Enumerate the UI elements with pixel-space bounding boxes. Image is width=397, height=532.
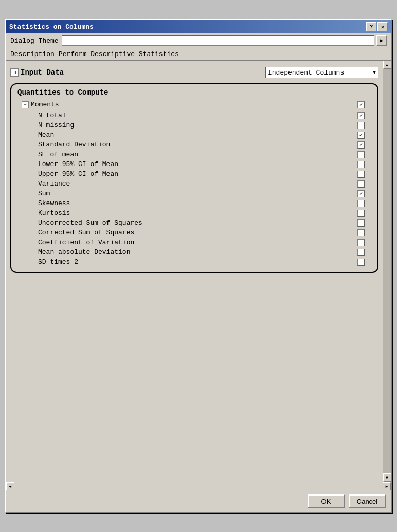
stat-checkbox-cell xyxy=(351,200,371,207)
toolbar-arrow-button[interactable]: ▶ xyxy=(376,35,387,46)
stat-label: N total xyxy=(38,112,351,119)
stat-checkbox[interactable] xyxy=(357,249,365,256)
stat-label: Mean xyxy=(38,131,351,139)
stat-checkbox-cell xyxy=(351,259,371,266)
stat-checkbox[interactable] xyxy=(357,200,365,207)
stat-checkbox[interactable] xyxy=(357,239,365,246)
stat-checkbox-cell xyxy=(351,210,371,217)
scroll-area[interactable]: ⊞ Input Data Independent Columns ▼ Quant… xyxy=(6,61,383,482)
stat-label: N missing xyxy=(38,121,351,129)
bottom-bar: ◄ ► xyxy=(6,482,391,490)
stat-checkbox[interactable] xyxy=(357,112,365,119)
stat-label: Skewness xyxy=(38,199,351,207)
stat-label: SD times 2 xyxy=(38,258,351,266)
scroll-down-button[interactable]: ▼ xyxy=(383,473,391,482)
moments-checkbox[interactable] xyxy=(357,101,365,108)
stat-checkbox[interactable] xyxy=(357,210,365,217)
description-row: Description Perform Descriptive Statisti… xyxy=(6,48,391,60)
input-data-row: ⊞ Input Data Independent Columns ▼ xyxy=(10,67,378,78)
stat-checkbox-cell xyxy=(351,122,371,129)
cancel-button[interactable]: Cancel xyxy=(349,494,386,508)
description-label: Description xyxy=(10,50,55,58)
stat-checkbox[interactable] xyxy=(357,151,365,158)
dropdown-value: Independent Columns xyxy=(268,69,344,77)
moments-checkbox-cell xyxy=(351,101,371,108)
quantities-section: Quantities to Compute − Moments N totalN… xyxy=(10,83,378,273)
stat-label: Standard Deviation xyxy=(38,141,351,149)
stat-row: N total xyxy=(17,112,371,119)
stat-rows-container: N totalN missingMeanStandard DeviationSE… xyxy=(17,112,371,266)
stat-label: SE of mean xyxy=(38,151,351,158)
stat-checkbox-cell xyxy=(351,249,371,256)
stat-checkbox[interactable] xyxy=(357,190,365,197)
dropdown-arrow-icon: ▼ xyxy=(373,70,376,76)
stat-checkbox-cell xyxy=(351,219,371,227)
input-data-expand-icon[interactable]: ⊞ xyxy=(10,68,19,77)
stat-label: Kurtosis xyxy=(38,209,351,217)
vertical-scrollbar[interactable]: ▲ ▼ xyxy=(383,61,391,482)
stat-row: Lower 95% CI of Mean xyxy=(17,160,371,168)
stat-row: Uncorrected Sum of Squares xyxy=(17,219,371,227)
stat-label: Uncorrected Sum of Squares xyxy=(38,219,351,227)
stat-label: Corrected Sum of Squares xyxy=(38,229,351,236)
stat-row: Upper 95% CI of Mean xyxy=(17,170,371,178)
moments-row: − Moments xyxy=(17,101,371,108)
stat-row: Skewness xyxy=(17,199,371,207)
stat-checkbox[interactable] xyxy=(357,171,365,178)
action-bar: OK Cancel xyxy=(6,490,391,512)
stat-checkbox-cell xyxy=(351,190,371,197)
stat-row: Kurtosis xyxy=(17,209,371,217)
ok-button[interactable]: OK xyxy=(308,494,345,508)
stat-label: Coefficient of Variation xyxy=(38,239,351,246)
dialog-theme-input[interactable] xyxy=(62,35,374,46)
title-bar: Statistics on Columns ? ✕ xyxy=(6,20,391,33)
help-button[interactable]: ? xyxy=(366,22,376,31)
stat-checkbox-cell xyxy=(351,229,371,236)
input-data-dropdown[interactable]: Independent Columns ▼ xyxy=(265,67,378,78)
description-value: Perform Descriptive Statistics xyxy=(59,50,179,58)
stat-checkbox[interactable] xyxy=(357,180,365,188)
input-data-label: Input Data xyxy=(21,68,265,77)
toolbar-row: Dialog Theme ▶ xyxy=(6,33,391,48)
stat-label: Sum xyxy=(38,190,351,197)
moments-label: Moments xyxy=(31,101,351,108)
stat-row: Mean xyxy=(17,131,371,139)
stat-checkbox[interactable] xyxy=(357,141,365,149)
main-content: ⊞ Input Data Independent Columns ▼ Quant… xyxy=(6,60,391,482)
close-button[interactable]: ✕ xyxy=(377,22,388,31)
stat-checkbox[interactable] xyxy=(357,219,365,227)
quantities-title: Quantities to Compute xyxy=(17,88,371,97)
stat-row: Corrected Sum of Squares xyxy=(17,229,371,236)
stat-checkbox-cell xyxy=(351,180,371,188)
stat-checkbox-cell xyxy=(351,161,371,168)
stat-checkbox-cell xyxy=(351,171,371,178)
window-title: Statistics on Columns xyxy=(9,23,94,31)
stat-row: SE of mean xyxy=(17,151,371,158)
stat-checkbox-cell xyxy=(351,239,371,246)
stat-row: Mean absolute Deviation xyxy=(17,248,371,256)
stat-label: Upper 95% CI of Mean xyxy=(38,170,351,178)
stat-checkbox[interactable] xyxy=(357,122,365,129)
stat-checkbox-cell xyxy=(351,132,371,139)
scroll-up-button[interactable]: ▲ xyxy=(383,61,391,69)
moments-collapse-icon[interactable]: − xyxy=(22,101,29,108)
scroll-left-button[interactable]: ◄ xyxy=(6,482,14,490)
stat-row: Standard Deviation xyxy=(17,141,371,149)
stat-row: SD times 2 xyxy=(17,258,371,266)
stat-checkbox[interactable] xyxy=(357,132,365,139)
stat-label: Lower 95% CI of Mean xyxy=(38,160,351,168)
main-window: Statistics on Columns ? ✕ Dialog Theme ▶… xyxy=(5,19,392,513)
dialog-theme-label: Dialog Theme xyxy=(10,37,59,45)
scroll-right-button[interactable]: ► xyxy=(383,482,391,490)
stat-checkbox[interactable] xyxy=(357,229,365,236)
stat-row: Variance xyxy=(17,180,371,188)
stat-checkbox-cell xyxy=(351,151,371,158)
stat-row: N missing xyxy=(17,121,371,129)
stat-checkbox-cell xyxy=(351,112,371,119)
stat-checkbox[interactable] xyxy=(357,259,365,266)
stat-checkbox-cell xyxy=(351,141,371,149)
scroll-track-v[interactable] xyxy=(383,69,391,473)
stat-checkbox[interactable] xyxy=(357,161,365,168)
stat-label: Mean absolute Deviation xyxy=(38,248,351,256)
title-bar-buttons: ? ✕ xyxy=(366,22,388,31)
